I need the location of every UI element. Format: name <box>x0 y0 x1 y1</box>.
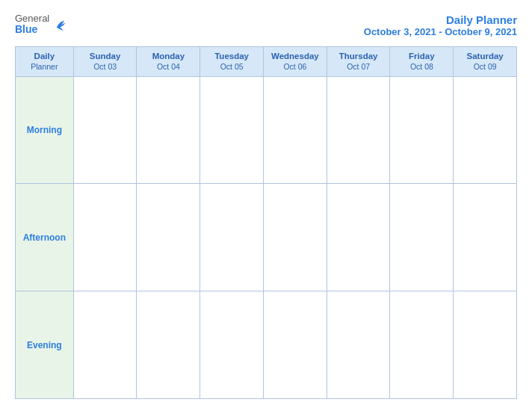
row-evening: Evening <box>16 291 517 399</box>
cell-afternoon-saturday[interactable] <box>454 184 517 291</box>
table-label-header: Daily Planner <box>16 47 74 77</box>
cell-morning-saturday[interactable] <box>454 76 517 184</box>
logo-bird-icon <box>52 16 69 33</box>
cell-evening-sunday[interactable] <box>73 291 137 399</box>
cell-morning-wednesday[interactable] <box>263 76 327 184</box>
calendar-table: Daily Planner Sunday Oct 03 Monday Oct 0… <box>15 46 517 399</box>
planner-title: Daily Planner <box>364 13 517 26</box>
header-title: Daily Planner October 3, 2021 - October … <box>364 13 517 37</box>
cell-morning-tuesday[interactable] <box>200 76 264 184</box>
cell-afternoon-wednesday[interactable] <box>263 184 327 291</box>
row-morning: Morning <box>16 76 517 184</box>
cell-evening-wednesday[interactable] <box>263 291 327 399</box>
col-header-monday: Monday Oct 04 <box>137 47 200 77</box>
cell-morning-monday[interactable] <box>137 76 200 184</box>
cell-morning-friday[interactable] <box>390 76 454 184</box>
cell-evening-tuesday[interactable] <box>200 291 264 399</box>
label-header-line1: Daily <box>18 51 71 62</box>
col-header-saturday: Saturday Oct 09 <box>454 47 517 77</box>
label-evening: Evening <box>16 291 74 399</box>
cell-evening-monday[interactable] <box>137 291 200 399</box>
cell-evening-friday[interactable] <box>390 291 454 399</box>
header: General Blue Daily Planner October 3, 20… <box>15 13 517 37</box>
cell-morning-thursday[interactable] <box>327 76 390 184</box>
logo-blue-text: Blue <box>15 24 49 35</box>
cell-afternoon-monday[interactable] <box>137 184 200 291</box>
cell-evening-thursday[interactable] <box>327 291 390 399</box>
cell-afternoon-tuesday[interactable] <box>200 184 264 291</box>
row-afternoon: Afternoon <box>16 184 517 291</box>
cell-morning-sunday[interactable] <box>73 76 137 184</box>
col-header-sunday: Sunday Oct 03 <box>73 47 137 77</box>
label-morning: Morning <box>16 76 74 184</box>
logo: General Blue <box>15 13 69 36</box>
col-header-friday: Friday Oct 08 <box>390 47 454 77</box>
col-header-tuesday: Tuesday Oct 05 <box>200 47 264 77</box>
cell-afternoon-friday[interactable] <box>390 184 454 291</box>
cell-afternoon-sunday[interactable] <box>73 184 137 291</box>
col-header-wednesday: Wednesday Oct 06 <box>263 47 327 77</box>
planner-page: General Blue Daily Planner October 3, 20… <box>0 0 532 411</box>
planner-subtitle: October 3, 2021 - October 9, 2021 <box>364 26 517 37</box>
cell-evening-saturday[interactable] <box>454 291 517 399</box>
col-header-thursday: Thursday Oct 07 <box>327 47 390 77</box>
header-row: Daily Planner Sunday Oct 03 Monday Oct 0… <box>16 47 517 77</box>
label-afternoon: Afternoon <box>16 184 74 291</box>
cell-afternoon-thursday[interactable] <box>327 184 390 291</box>
logo-general-text: General <box>15 13 49 24</box>
label-header-line2: Planner <box>18 62 71 72</box>
